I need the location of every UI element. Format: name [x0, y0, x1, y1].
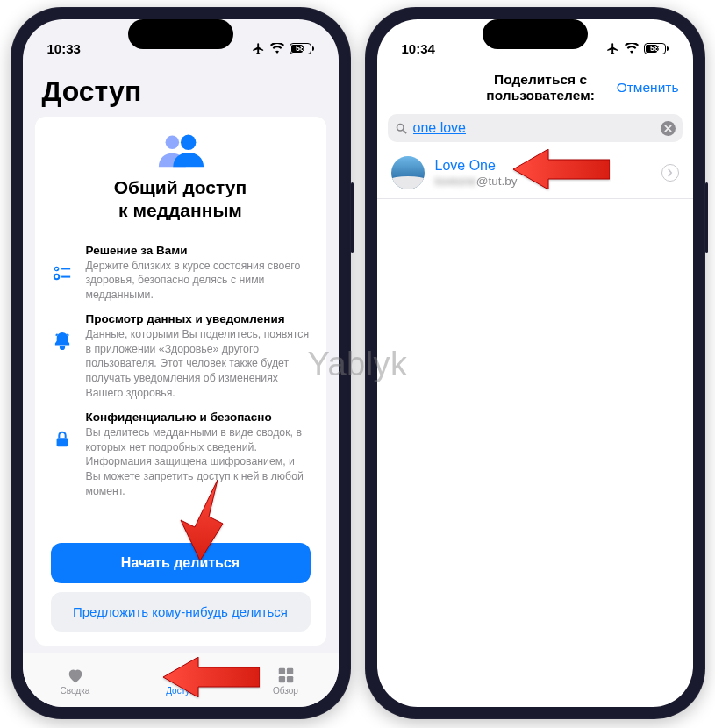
feature-privacy: Конфиденциально и безопасно Вы делитесь … — [51, 410, 311, 498]
page-title: Доступ — [23, 67, 339, 117]
contact-result-row[interactable]: Love One loveone@tut.by — [377, 149, 693, 199]
lock-icon — [51, 410, 74, 498]
battery-indicator: 58 — [644, 43, 669, 54]
svg-rect-10 — [286, 667, 292, 674]
nav-bar: Поделиться с пользователем: Отменить — [377, 67, 693, 111]
wifi-icon — [625, 43, 639, 54]
battery-indicator: 58 — [290, 43, 314, 54]
tab-summary[interactable]: Сводка — [23, 653, 128, 707]
feature-title: Решение за Вами — [86, 244, 311, 257]
nav-title: Поделиться с пользователем: — [465, 72, 617, 103]
chevron-right-icon[interactable] — [661, 164, 679, 182]
contact-email: loveone@tut.by — [435, 175, 651, 189]
clear-search-icon[interactable] — [661, 121, 676, 136]
avatar — [391, 156, 425, 189]
svg-rect-12 — [286, 675, 292, 682]
wifi-icon — [270, 43, 284, 54]
cancel-button[interactable]: Отменить — [617, 80, 679, 96]
tab-label: Доступ — [166, 686, 195, 696]
airplane-mode-icon — [606, 42, 619, 55]
search-bar[interactable] — [388, 114, 683, 142]
people-icon — [155, 132, 206, 168]
phone-right: 10:34 58 — [365, 7, 705, 719]
tab-sharing[interactable]: Доступ — [128, 653, 233, 707]
feature-title: Конфиденциально и безопасно — [86, 410, 311, 424]
status-time: 10:33 — [47, 41, 81, 56]
feature-desc: Вы делитесь медданными в виде сводок, в … — [86, 425, 311, 498]
contact-name: Love One — [435, 157, 651, 174]
svg-point-7 — [174, 668, 179, 674]
feature-desc: Данные, которыми Вы поделитесь, появятся… — [86, 327, 311, 400]
svg-point-8 — [182, 668, 188, 674]
svg-point-13 — [397, 124, 404, 131]
feature-desc: Держите близких в курсе состояния своего… — [86, 259, 311, 303]
suggest-sharing-button[interactable]: Предложить кому-нибудь делиться — [51, 592, 311, 632]
status-time: 10:34 — [402, 41, 435, 56]
svg-rect-11 — [278, 675, 284, 682]
search-input[interactable] — [413, 120, 655, 136]
tab-browse[interactable]: Обзор — [233, 653, 339, 707]
card-heading: Общий доступ к медданным — [114, 176, 247, 223]
search-icon — [395, 122, 408, 135]
svg-point-0 — [165, 136, 178, 149]
svg-rect-6 — [56, 438, 68, 446]
toggle-list-icon — [51, 244, 74, 303]
svg-point-1 — [181, 135, 196, 150]
bell-icon — [51, 312, 74, 400]
svg-point-4 — [54, 274, 59, 279]
svg-rect-9 — [278, 667, 284, 674]
tab-bar: Сводка Доступ Обзор — [23, 653, 339, 707]
feature-your-decision: Решение за Вами Держите близких в курсе … — [51, 244, 311, 303]
feature-title: Просмотр данных и уведомления — [86, 312, 311, 325]
svg-line-14 — [403, 130, 406, 133]
start-sharing-button[interactable]: Начать делиться — [51, 543, 311, 583]
tab-label: Сводка — [61, 686, 90, 696]
tab-label: Обзор — [273, 686, 298, 696]
feature-notifications: Просмотр данных и уведомления Данные, ко… — [51, 312, 311, 400]
dynamic-island — [483, 19, 588, 49]
phone-left: 10:33 58 — [11, 7, 351, 719]
dynamic-island — [128, 19, 233, 49]
sharing-card: Общий доступ к медданным — [35, 117, 326, 646]
airplane-mode-icon — [252, 42, 265, 55]
